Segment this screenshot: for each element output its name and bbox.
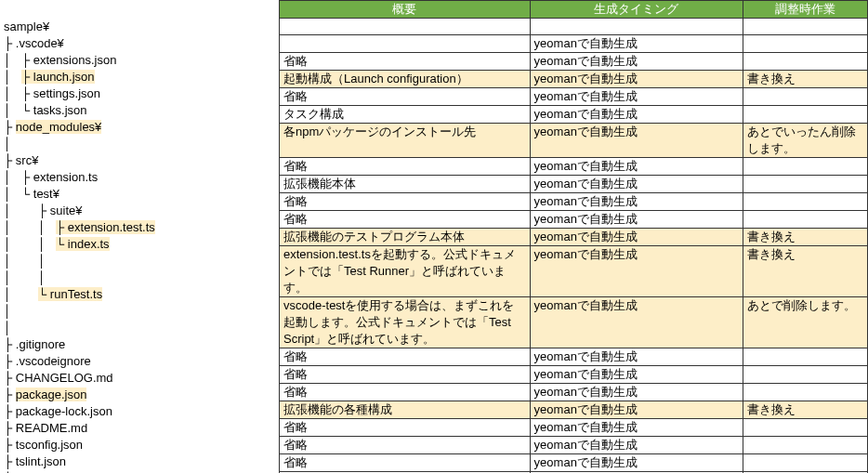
table-row: 拡張機能の各種構成yeomanで自動生成書き換え xyxy=(280,401,868,419)
cell-c1: 省略 xyxy=(280,211,531,229)
cell-c3 xyxy=(743,53,868,71)
tree-segment: │ └ tasks.json xyxy=(4,103,87,117)
cell-c3 xyxy=(743,176,868,193)
cell-c2: yeomanで自動生成 xyxy=(530,366,743,384)
tree-row: │ ├ extensions.json xyxy=(0,52,279,69)
tree-segment: ├ README.md xyxy=(4,421,87,435)
cell-c2 xyxy=(530,19,743,35)
cell-c2: yeomanで自動生成 xyxy=(530,53,743,71)
cell-c2: yeomanで自動生成 xyxy=(530,176,743,193)
cell-c2: yeomanで自動生成 xyxy=(530,106,743,124)
cell-c1: 拡張機能の各種構成 xyxy=(280,401,531,419)
tree-segment: ├ package-lock.json xyxy=(4,404,112,418)
file-info-table: 概要 生成タイミング 調整時作業 yeomanで自動生成省略yeomanで自動生… xyxy=(279,0,868,473)
cell-c3 xyxy=(743,454,868,472)
cell-c1: 省略 xyxy=(280,437,531,454)
main-container: sample¥├ .vscode¥│ ├ extensions.json│ ├ … xyxy=(0,0,868,473)
table-header-row: 概要 生成タイミング 調整時作業 xyxy=(280,1,868,19)
tree-segment: │ ├ suite¥ xyxy=(4,204,83,217)
table-row: yeomanで自動生成 xyxy=(280,35,868,53)
tree-row: ├ tsconfig.json xyxy=(0,437,279,453)
tree-row: ├ .vscodeignore xyxy=(0,353,279,370)
tree-row: │ │ xyxy=(0,269,279,286)
cell-c2: yeomanで自動生成 xyxy=(530,158,743,176)
tree-row: ├ CHANGELOG.md xyxy=(0,370,279,387)
table-body: yeomanで自動生成省略yeomanで自動生成起動構成（Launch conf… xyxy=(280,19,868,474)
cell-c2: yeomanで自動生成 xyxy=(530,193,743,211)
cell-c2: yeomanで自動生成 xyxy=(530,401,743,419)
header-overview: 概要 xyxy=(280,1,531,19)
cell-c2: yeomanで自動生成 xyxy=(530,454,743,472)
cell-c1: 省略 xyxy=(280,193,531,211)
tree-segment: sample¥ xyxy=(4,20,49,33)
tree-row: ├ README.md xyxy=(0,420,279,437)
tree-segment: │ xyxy=(4,70,21,84)
cell-c3 xyxy=(743,211,868,229)
tree-row: │ ├ suite¥ xyxy=(0,203,279,219)
tree-row: │ │ xyxy=(0,253,279,269)
table-row: 省略yeomanで自動生成 xyxy=(280,53,868,71)
cell-c2: yeomanで自動生成 xyxy=(530,297,743,348)
tree-segment: │ ├ extension.ts xyxy=(4,170,98,184)
cell-c1: 省略 xyxy=(280,53,531,71)
tree-segment: │ xyxy=(4,287,38,301)
tree-row: │ ├ settings.json xyxy=(0,85,279,102)
table-row: 拡張機能本体yeomanで自動生成 xyxy=(280,176,868,193)
cell-c1: 各npmパッケージのインストール先 xyxy=(280,124,531,158)
tree-row: │ xyxy=(0,320,279,336)
tree-segment: ├ CHANGELOG.md xyxy=(4,371,113,385)
cell-c1: 省略 xyxy=(280,158,531,176)
cell-c2: yeomanで自動生成 xyxy=(530,246,743,297)
table-row: 省略yeomanで自動生成 xyxy=(280,454,868,472)
cell-c3: 書き換え xyxy=(743,71,868,88)
cell-c2: yeomanで自動生成 xyxy=(530,88,743,106)
table-row: extension.test.tsを起動する。公式ドキュメントでは「Test R… xyxy=(280,246,868,297)
tree-row: │ xyxy=(0,303,279,320)
cell-c1: 省略 xyxy=(280,454,531,472)
cell-c2: yeomanで自動生成 xyxy=(530,124,743,158)
tree-row: ├ .vscode¥ xyxy=(0,35,279,52)
cell-c3: あとで削除します。 xyxy=(743,297,868,348)
cell-c3 xyxy=(743,437,868,454)
cell-c3 xyxy=(743,348,868,366)
cell-c2: yeomanで自動生成 xyxy=(530,348,743,366)
tree-segment: │ │ xyxy=(4,220,56,234)
tree-segment: └ runTest.ts xyxy=(38,287,102,301)
cell-c3 xyxy=(743,106,868,124)
table-row: 省略yeomanで自動生成 xyxy=(280,419,868,437)
tree-row: ├ tslint.json xyxy=(0,453,279,470)
tree-row: │ └ runTest.ts xyxy=(0,286,279,303)
cell-c1: 起動構成（Launch configuration） xyxy=(280,71,531,88)
cell-c1: 省略 xyxy=(280,419,531,437)
tree-segment: │ │ xyxy=(4,237,56,251)
tree-row: ├ package-lock.json xyxy=(0,403,279,420)
tree-segment: │ │ xyxy=(4,270,46,284)
tree-segment: │ └ test¥ xyxy=(4,187,59,201)
cell-c3 xyxy=(743,88,868,106)
tree-segment: node_modules¥ xyxy=(16,120,102,134)
cell-c3: 書き換え xyxy=(743,246,868,297)
tree-segment: ├ tslint.json xyxy=(4,454,66,468)
tree-row: │ │ └ index.ts xyxy=(0,236,279,253)
tree-row: ├ src¥ xyxy=(0,152,279,169)
table-row: 省略yeomanで自動生成 xyxy=(280,348,868,366)
cell-c1: 省略 xyxy=(280,384,531,401)
tree-segment: ├ .gitignore xyxy=(4,337,65,351)
tree-row: │ ├ launch.json xyxy=(0,69,279,85)
cell-c3 xyxy=(743,419,868,437)
cell-c3 xyxy=(743,35,868,53)
tree-segment: ├ .vscode¥ xyxy=(4,36,64,50)
tree-segment: │ xyxy=(4,137,11,151)
cell-c3 xyxy=(743,366,868,384)
tree-segment: ├ .vscodeignore xyxy=(4,354,91,368)
table-row: 省略yeomanで自動生成 xyxy=(280,366,868,384)
cell-c1: 拡張機能のテストプログラム本体 xyxy=(280,229,531,246)
tree-segment: │ ├ settings.json xyxy=(4,86,100,100)
table-row: タスク構成yeomanで自動生成 xyxy=(280,106,868,124)
cell-c1: extension.test.tsを起動する。公式ドキュメントでは「Test R… xyxy=(280,246,531,297)
tree-row: sample¥ xyxy=(0,19,279,35)
tree-row: │ └ test¥ xyxy=(0,186,279,203)
cell-c1: 省略 xyxy=(280,88,531,106)
table-row: 省略yeomanで自動生成 xyxy=(280,193,868,211)
tree-segment: ├ tsconfig.json xyxy=(4,438,83,452)
